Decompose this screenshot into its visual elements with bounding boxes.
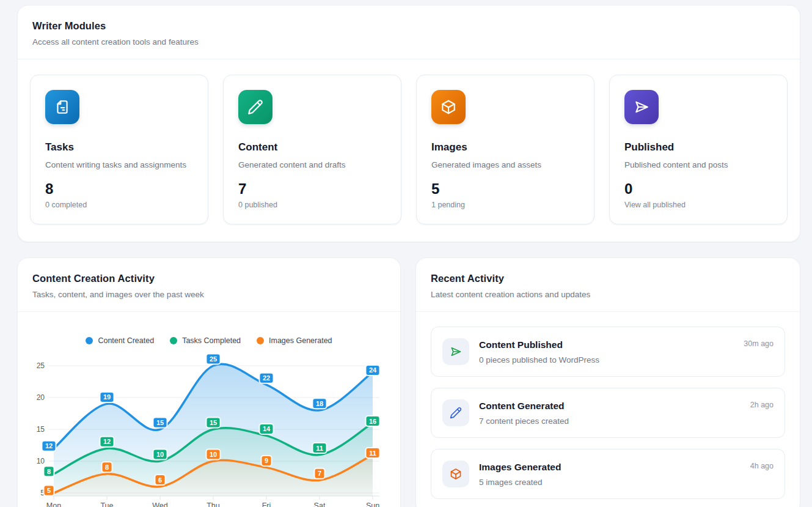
activity-timestamp: 4h ago — [750, 462, 774, 470]
writer-modules-title: Writer Modules — [32, 20, 785, 32]
svg-text:Tue: Tue — [100, 501, 113, 507]
chart-card-subtitle: Tasks, content, and images over the past… — [32, 290, 386, 299]
svg-text:22: 22 — [263, 374, 270, 382]
svg-text:12: 12 — [103, 438, 111, 445]
legend-label: Content Created — [98, 336, 154, 345]
module-substat: 0 completed — [45, 201, 193, 209]
activity-description: 5 images created — [479, 478, 750, 487]
module-substat: View all published — [624, 201, 772, 209]
legend-label: Tasks Completed — [182, 336, 241, 345]
chart-card-title: Content Creation Activity — [32, 273, 386, 284]
activity-body: Content Generated 7 content pieces creat… — [479, 401, 750, 426]
chart-legend: Content Created Tasks Completed Images G… — [18, 336, 400, 345]
box-icon — [431, 90, 466, 124]
svg-text:14: 14 — [263, 425, 271, 432]
activity-title: Content Generated — [479, 401, 750, 412]
svg-text:11: 11 — [369, 450, 376, 457]
legend-dot — [170, 337, 177, 344]
svg-text:8: 8 — [47, 468, 51, 475]
activity-card-title: Recent Activity — [431, 273, 785, 284]
svg-text:25: 25 — [37, 361, 45, 370]
module-count: 5 — [431, 180, 579, 198]
svg-text:8: 8 — [105, 464, 109, 471]
activity-card-subtitle: Latest content creation actions and upda… — [431, 290, 785, 299]
svg-text:10: 10 — [210, 451, 217, 458]
module-description: Generated images and assets — [431, 160, 579, 169]
svg-text:Fri: Fri — [262, 501, 271, 507]
send-icon — [624, 90, 659, 124]
svg-text:15: 15 — [37, 425, 45, 434]
svg-text:Thu: Thu — [207, 501, 220, 507]
module-substat: 0 published — [238, 201, 386, 209]
module-substat: 1 pending — [431, 201, 579, 209]
writer-modules-panel: Writer Modules Access all content creati… — [17, 5, 800, 242]
activity-list: Content Published 0 pieces published to … — [416, 312, 800, 507]
svg-text:5: 5 — [47, 487, 51, 494]
svg-text:25: 25 — [210, 355, 217, 363]
activity-item-content-published[interactable]: Content Published 0 pieces published to … — [431, 327, 785, 377]
svg-text:6: 6 — [158, 476, 162, 484]
writer-modules-subtitle: Access all content creation tools and fe… — [32, 37, 785, 46]
module-description: Published content and posts — [624, 160, 772, 169]
module-description: Generated content and drafts — [238, 160, 386, 169]
svg-text:9: 9 — [265, 457, 268, 464]
activity-title: Images Generated — [479, 462, 750, 473]
activity-line-chart: 510152025MonTueWedThuFriSatSun1219152522… — [18, 352, 401, 507]
content-creation-activity-card: Content Creation Activity Tasks, content… — [17, 257, 401, 507]
module-title: Content — [238, 141, 386, 154]
module-title: Published — [624, 141, 772, 154]
legend-dot — [86, 337, 93, 344]
activity-timestamp: 30m ago — [744, 339, 774, 348]
activity-description: 0 pieces published to WordPress — [479, 355, 744, 365]
send-icon — [442, 338, 469, 365]
activity-title: Content Published — [479, 339, 744, 350]
module-card-content[interactable]: Content Generated content and drafts 7 0… — [223, 75, 401, 224]
svg-text:11: 11 — [316, 445, 323, 452]
module-description: Content writing tasks and assignments — [45, 160, 193, 169]
modules-grid: Tasks Content writing tasks and assignme… — [18, 59, 800, 242]
svg-text:24: 24 — [369, 366, 377, 374]
svg-text:12: 12 — [45, 442, 53, 450]
svg-text:19: 19 — [103, 393, 111, 401]
writer-modules-header: Writer Modules Access all content creati… — [18, 6, 800, 59]
activity-card-header: Recent Activity Latest content creation … — [416, 258, 800, 312]
svg-text:15: 15 — [156, 419, 164, 426]
activity-item-content-generated[interactable]: Content Generated 7 content pieces creat… — [431, 388, 785, 438]
pencil-icon — [238, 90, 272, 124]
module-title: Tasks — [45, 141, 193, 154]
svg-text:Sat: Sat — [314, 501, 326, 507]
recent-activity-card: Recent Activity Latest content creation … — [415, 257, 800, 507]
activity-body: Images Generated 5 images created — [479, 462, 750, 487]
module-title: Images — [431, 141, 579, 154]
activity-description: 7 content pieces created — [479, 416, 750, 426]
legend-dot — [257, 337, 264, 344]
module-count: 0 — [624, 180, 772, 198]
svg-text:16: 16 — [369, 418, 376, 425]
svg-text:Wed: Wed — [152, 501, 168, 507]
chart-card-header: Content Creation Activity Tasks, content… — [18, 258, 400, 312]
pencil-icon — [442, 399, 469, 426]
module-count: 7 — [238, 180, 386, 198]
activity-item-images-generated[interactable]: Images Generated 5 images created 4h ago — [431, 449, 785, 499]
box-icon — [442, 461, 469, 487]
legend-item-images-generated[interactable]: Images Generated — [257, 336, 332, 345]
legend-item-content-created[interactable]: Content Created — [86, 336, 154, 345]
file-icon — [45, 90, 79, 124]
svg-text:Mon: Mon — [46, 501, 61, 507]
svg-text:15: 15 — [210, 419, 217, 426]
svg-text:10: 10 — [37, 457, 45, 465]
svg-text:7: 7 — [318, 470, 321, 477]
svg-text:20: 20 — [37, 393, 45, 402]
activity-body: Content Published 0 pieces published to … — [479, 339, 744, 365]
module-count: 8 — [45, 180, 193, 198]
legend-label: Images Generated — [269, 336, 332, 345]
module-card-tasks[interactable]: Tasks Content writing tasks and assignme… — [30, 75, 208, 224]
module-card-images[interactable]: Images Generated images and assets 5 1 p… — [416, 75, 594, 224]
svg-text:10: 10 — [156, 451, 164, 458]
svg-text:Sun: Sun — [366, 501, 379, 507]
legend-item-tasks-completed[interactable]: Tasks Completed — [170, 336, 241, 345]
activity-timestamp: 2h ago — [750, 401, 774, 409]
svg-text:18: 18 — [316, 400, 323, 407]
module-card-published[interactable]: Published Published content and posts 0 … — [609, 75, 788, 224]
